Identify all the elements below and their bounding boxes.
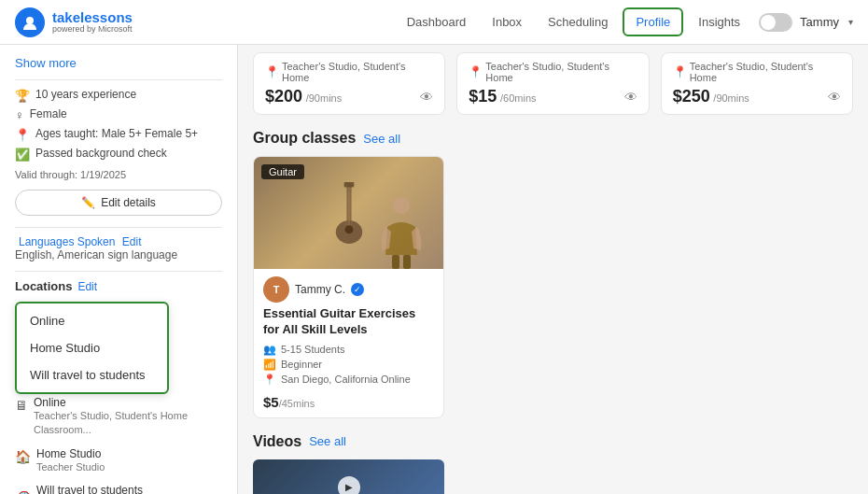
pricing-card-0: 📍 Teacher's Studio, Student's Home $200 … [253,52,445,115]
languages-value: English, American sign language [15,248,222,261]
locations-title: Locations [15,279,72,293]
languages-edit-link[interactable]: Edit [122,235,142,248]
location-meta: 📍 San Diego, California Online [263,374,434,386]
class-tag: Guitar [261,164,304,179]
location-name-travel: Will travel to students [36,484,202,494]
experience-item: 🏆 10 years experience [15,88,222,103]
videos-section: Videos See all ▶ [253,433,853,494]
svg-point-5 [344,225,353,233]
location-name-online: Online [34,396,188,409]
location-dropdown: Online Home Studio Will travel to studen… [15,302,169,394]
logo-sub: powered by Microsoft [52,24,133,34]
main-layout: Show more 🏆 10 years experience ♀ Female… [0,45,868,494]
videos-see-all[interactable]: See all [309,434,346,448]
svg-point-0 [26,17,34,24]
logo-text: takelessons [52,10,133,24]
nav-insights[interactable]: Insights [687,9,751,35]
ages-item: 📍 Ages taught: Male 5+ Female 5+ [15,127,222,142]
locations-edit-link[interactable]: Edit [77,280,97,293]
sidebar-info: 🏆 10 years experience ♀ Female 📍 Ages ta… [15,88,222,162]
level-meta: 📶 Beginner [263,359,434,371]
pin-icon-1: 📍 [469,65,483,78]
eye-icon-2[interactable]: 👁 [828,90,841,105]
level-icon: 📶 [263,359,276,371]
ages-icon: 📍 [15,128,30,142]
locations-list: 🖥 Online Teacher's Studio, Student's Hom… [15,396,222,494]
valid-through: Valid through: 1/19/2025 [15,169,222,180]
eye-icon-0[interactable]: 👁 [420,90,433,105]
car-icon: 🚗 [15,486,31,494]
languages-section: Languages Spoken Edit English, American … [15,235,222,261]
videos-title: Videos [253,433,301,450]
svg-point-9 [393,197,410,214]
verified-badge: ✓ [351,283,364,296]
languages-label: Languages Spoken Edit [15,235,222,248]
gender-item: ♀ Female [15,107,222,122]
pricing-card-1: 📍 Teacher's Studio, Student's Home $15 /… [456,52,649,115]
dropdown-item-home-studio[interactable]: Home Studio [17,334,167,361]
main-nav: Dashboard Inbox Scheduling Profile Insig… [396,7,751,36]
dropdown-item-online[interactable]: Online [17,307,167,334]
experience-icon: 🏆 [15,89,30,103]
svg-rect-11 [403,255,411,269]
user-name[interactable]: Tammy [800,15,839,29]
svg-rect-3 [343,182,354,187]
class-title: Essential Guitar Exercises for All Skill… [254,306,443,344]
gender-icon: ♀ [15,108,24,122]
pin-icon-2: 📍 [673,65,687,78]
location-item-online: 🖥 Online Teacher's Studio, Student's Hom… [15,396,222,438]
price-0: $200 [265,87,302,106]
home-icon: 🏠 [15,449,31,464]
show-more-link[interactable]: Show more [15,56,222,70]
sidebar: Show more 🏆 10 years experience ♀ Female… [0,45,238,494]
play-button[interactable]: ▶ [338,476,360,494]
pin-icon-0: 📍 [265,65,279,78]
nav-scheduling[interactable]: Scheduling [537,9,619,35]
dropdown-item-travel[interactable]: Will travel to students [17,361,167,388]
eye-icon-1[interactable]: 👁 [624,90,637,105]
edit-details-button[interactable]: ✏️ Edit details [15,190,222,216]
duration-1: /60mins [500,92,537,104]
locations-header: Locations Edit [15,279,222,293]
pricing-row: 📍 Teacher's Studio, Student's Home $200 … [253,52,853,115]
nav-profile[interactable]: Profile [623,7,683,36]
person-icon [378,194,425,269]
nav-inbox[interactable]: Inbox [481,9,533,35]
class-duration: /45mins [279,398,315,409]
students-icon: 👥 [263,344,276,356]
background-item: ✅ Passed background check [15,147,222,162]
duration-2: /90mins [713,92,749,104]
pricing-location-2: 📍 Teacher's Studio, Student's Home [673,61,841,83]
pricing-location-1: 📍 Teacher's Studio, Student's Home [469,61,637,83]
mode-toggle[interactable] [759,13,792,32]
nav-right: Tammy ▾ [759,13,853,32]
video-thumbnail[interactable]: ▶ [253,459,444,494]
group-classes-header: Group classes See all [253,130,853,147]
location-icon: 📍 [263,374,276,386]
logo-icon [15,7,45,37]
location-desc-online: Teacher's Studio, Student's HomeClassroo… [34,409,188,438]
pricing-location-0: 📍 Teacher's Studio, Student's Home [265,61,433,83]
class-price: $5/45mins [254,388,443,417]
location-desc-home: Teacher Studio [36,460,105,474]
group-classes-section: Group classes See all [253,130,853,418]
duration-0: /90mins [306,92,343,104]
divider3 [15,271,222,272]
class-card: Guitar T Tammy C. ✓ Essential Guitar Exe… [253,156,444,418]
group-classes-see-all[interactable]: See all [363,132,400,146]
divider2 [15,227,222,228]
monitor-icon: 🖥 [15,398,28,413]
location-item-home: 🏠 Home Studio Teacher Studio [15,447,222,474]
check-icon: ✅ [15,148,30,162]
svg-rect-10 [392,255,399,269]
class-image: Guitar [254,157,443,269]
divider [15,79,222,80]
group-classes-title: Group classes [253,130,356,147]
header: takelessons powered by Microsoft Dashboa… [0,0,868,45]
class-avatar: T [263,276,289,303]
logo-area: takelessons powered by Microsoft [15,7,133,37]
chevron-down-icon[interactable]: ▾ [848,17,853,27]
nav-dashboard[interactable]: Dashboard [396,9,478,35]
class-meta: 👥 5-15 Students 📶 Beginner 📍 San Diego, … [254,344,443,386]
pricing-card-2: 📍 Teacher's Studio, Student's Home $250 … [661,52,853,115]
